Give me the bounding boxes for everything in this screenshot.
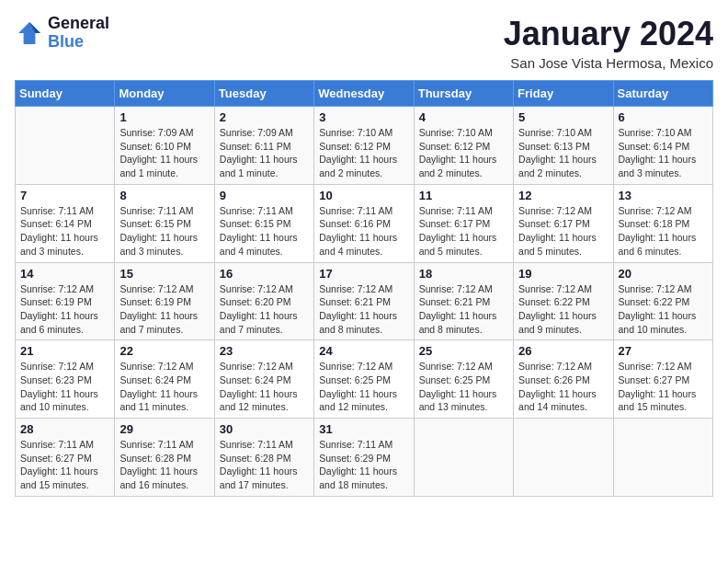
day-info: Sunrise: 7:11 AM Sunset: 6:28 PM Dayligh… [220,438,309,492]
calendar-cell: 30Sunrise: 7:11 AM Sunset: 6:28 PM Dayli… [214,419,313,497]
calendar-cell: 1Sunrise: 7:09 AM Sunset: 6:10 PM Daylig… [115,107,214,185]
day-number: 14 [20,267,109,281]
day-header-thursday: Thursday [414,81,513,107]
calendar-table: SundayMondayTuesdayWednesdayThursdayFrid… [15,80,713,497]
day-info: Sunrise: 7:12 AM Sunset: 6:24 PM Dayligh… [220,360,309,414]
calendar-cell: 29Sunrise: 7:11 AM Sunset: 6:28 PM Dayli… [115,419,214,497]
calendar-cell [613,419,712,497]
day-info: Sunrise: 7:10 AM Sunset: 6:12 PM Dayligh… [319,126,408,180]
calendar-cell: 8Sunrise: 7:11 AM Sunset: 6:15 PM Daylig… [115,184,214,262]
calendar-cell [16,107,115,185]
day-number: 4 [419,110,508,124]
logo-icon [15,18,44,48]
day-info: Sunrise: 7:12 AM Sunset: 6:25 PM Dayligh… [319,360,408,414]
day-info: Sunrise: 7:12 AM Sunset: 6:22 PM Dayligh… [518,282,608,337]
day-number: 19 [518,267,608,281]
week-row-3: 14Sunrise: 7:12 AM Sunset: 6:19 PM Dayli… [16,262,713,340]
day-number: 6 [619,110,708,124]
day-info: Sunrise: 7:12 AM Sunset: 6:18 PM Dayligh… [619,204,708,259]
day-number: 24 [319,344,408,358]
day-number: 28 [20,422,109,436]
day-number: 11 [419,189,508,202]
week-row-4: 21Sunrise: 7:12 AM Sunset: 6:23 PM Dayli… [16,340,713,419]
day-info: Sunrise: 7:12 AM Sunset: 6:23 PM Dayligh… [20,360,109,414]
day-number: 8 [119,189,209,202]
day-info: Sunrise: 7:10 AM Sunset: 6:13 PM Dayligh… [518,126,608,180]
day-info: Sunrise: 7:12 AM Sunset: 6:21 PM Dayligh… [319,282,408,337]
logo-line2: Blue [48,33,109,52]
day-info: Sunrise: 7:12 AM Sunset: 6:21 PM Dayligh… [419,282,508,337]
day-number: 2 [220,110,309,124]
title-area: January 2024 San Jose Vista Hermosa, Mex… [504,15,713,71]
day-info: Sunrise: 7:11 AM Sunset: 6:15 PM Dayligh… [220,204,309,259]
day-number: 13 [619,189,708,202]
day-number: 25 [419,344,508,358]
day-header-tuesday: Tuesday [214,81,313,107]
calendar-cell: 25Sunrise: 7:12 AM Sunset: 6:25 PM Dayli… [414,340,513,419]
day-number: 18 [419,267,508,281]
day-info: Sunrise: 7:12 AM Sunset: 6:22 PM Dayligh… [619,282,708,337]
calendar-cell: 7Sunrise: 7:11 AM Sunset: 6:14 PM Daylig… [16,184,115,262]
calendar-cell: 10Sunrise: 7:11 AM Sunset: 6:16 PM Dayli… [314,184,414,262]
calendar-cell: 22Sunrise: 7:12 AM Sunset: 6:24 PM Dayli… [115,340,214,419]
day-info: Sunrise: 7:12 AM Sunset: 6:24 PM Dayligh… [119,360,209,414]
day-number: 27 [619,344,708,358]
day-number: 1 [119,110,209,124]
logo-line1: General [48,15,109,33]
day-info: Sunrise: 7:11 AM Sunset: 6:28 PM Dayligh… [119,438,209,492]
day-info: Sunrise: 7:12 AM Sunset: 6:27 PM Dayligh… [619,360,708,414]
calendar-cell [514,419,613,497]
calendar-cell: 17Sunrise: 7:12 AM Sunset: 6:21 PM Dayli… [314,262,414,340]
calendar-cell: 3Sunrise: 7:10 AM Sunset: 6:12 PM Daylig… [314,107,414,185]
day-header-friday: Friday [514,81,613,107]
calendar-cell: 31Sunrise: 7:11 AM Sunset: 6:29 PM Dayli… [314,419,414,497]
calendar-cell [414,419,513,497]
day-header-saturday: Saturday [613,81,712,107]
day-info: Sunrise: 7:11 AM Sunset: 6:14 PM Dayligh… [20,204,109,259]
calendar-cell: 4Sunrise: 7:10 AM Sunset: 6:12 PM Daylig… [414,107,513,185]
day-number: 31 [319,422,408,436]
day-number: 29 [119,422,209,436]
day-info: Sunrise: 7:12 AM Sunset: 6:19 PM Dayligh… [20,282,109,337]
day-number: 30 [220,422,309,436]
day-info: Sunrise: 7:12 AM Sunset: 6:25 PM Dayligh… [419,360,508,414]
calendar-cell: 15Sunrise: 7:12 AM Sunset: 6:19 PM Dayli… [115,262,214,340]
week-row-5: 28Sunrise: 7:11 AM Sunset: 6:27 PM Dayli… [16,419,713,497]
week-row-2: 7Sunrise: 7:11 AM Sunset: 6:14 PM Daylig… [16,184,713,262]
day-number: 5 [518,110,608,124]
calendar-title: January 2024 [504,15,713,53]
calendar-cell: 27Sunrise: 7:12 AM Sunset: 6:27 PM Dayli… [613,340,712,419]
day-number: 12 [518,189,608,202]
calendar-cell: 19Sunrise: 7:12 AM Sunset: 6:22 PM Dayli… [514,262,613,340]
day-number: 7 [20,189,109,202]
day-info: Sunrise: 7:12 AM Sunset: 6:17 PM Dayligh… [518,204,608,259]
calendar-cell: 23Sunrise: 7:12 AM Sunset: 6:24 PM Dayli… [214,340,313,419]
day-info: Sunrise: 7:11 AM Sunset: 6:29 PM Dayligh… [319,438,408,492]
calendar-cell: 12Sunrise: 7:12 AM Sunset: 6:17 PM Dayli… [514,184,613,262]
day-header-sunday: Sunday [16,81,115,107]
calendar-cell: 20Sunrise: 7:12 AM Sunset: 6:22 PM Dayli… [613,262,712,340]
calendar-cell: 21Sunrise: 7:12 AM Sunset: 6:23 PM Dayli… [16,340,115,419]
day-info: Sunrise: 7:11 AM Sunset: 6:17 PM Dayligh… [419,204,508,259]
logo: General Blue [15,15,109,52]
calendar-cell: 28Sunrise: 7:11 AM Sunset: 6:27 PM Dayli… [16,419,115,497]
calendar-cell: 16Sunrise: 7:12 AM Sunset: 6:20 PM Dayli… [214,262,313,340]
day-info: Sunrise: 7:11 AM Sunset: 6:15 PM Dayligh… [119,204,209,259]
day-number: 17 [319,267,408,281]
calendar-cell: 5Sunrise: 7:10 AM Sunset: 6:13 PM Daylig… [514,107,613,185]
day-info: Sunrise: 7:10 AM Sunset: 6:14 PM Dayligh… [619,126,708,180]
week-row-1: 1Sunrise: 7:09 AM Sunset: 6:10 PM Daylig… [16,107,713,185]
calendar-cell: 18Sunrise: 7:12 AM Sunset: 6:21 PM Dayli… [414,262,513,340]
calendar-cell: 2Sunrise: 7:09 AM Sunset: 6:11 PM Daylig… [214,107,313,185]
day-number: 21 [20,344,109,358]
day-info: Sunrise: 7:12 AM Sunset: 6:26 PM Dayligh… [518,360,608,414]
day-number: 9 [220,189,309,202]
header: General Blue January 2024 San Jose Vista… [15,15,713,71]
day-number: 15 [119,267,209,281]
day-number: 16 [220,267,309,281]
day-info: Sunrise: 7:09 AM Sunset: 6:10 PM Dayligh… [119,126,209,180]
day-info: Sunrise: 7:12 AM Sunset: 6:20 PM Dayligh… [220,282,309,337]
calendar-cell: 13Sunrise: 7:12 AM Sunset: 6:18 PM Dayli… [613,184,712,262]
day-header-monday: Monday [115,81,214,107]
day-header-wednesday: Wednesday [314,81,414,107]
